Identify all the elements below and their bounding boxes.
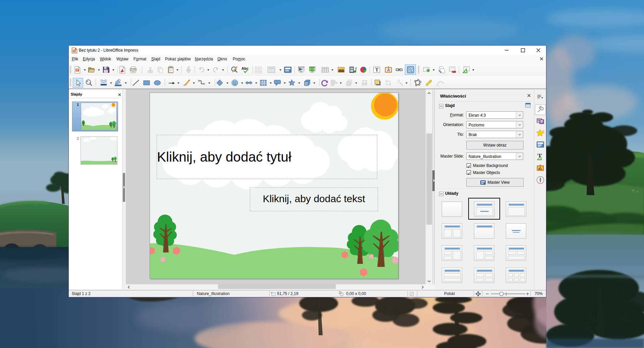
svg-text:A: A bbox=[387, 68, 390, 72]
svg-text:T: T bbox=[375, 67, 379, 72]
